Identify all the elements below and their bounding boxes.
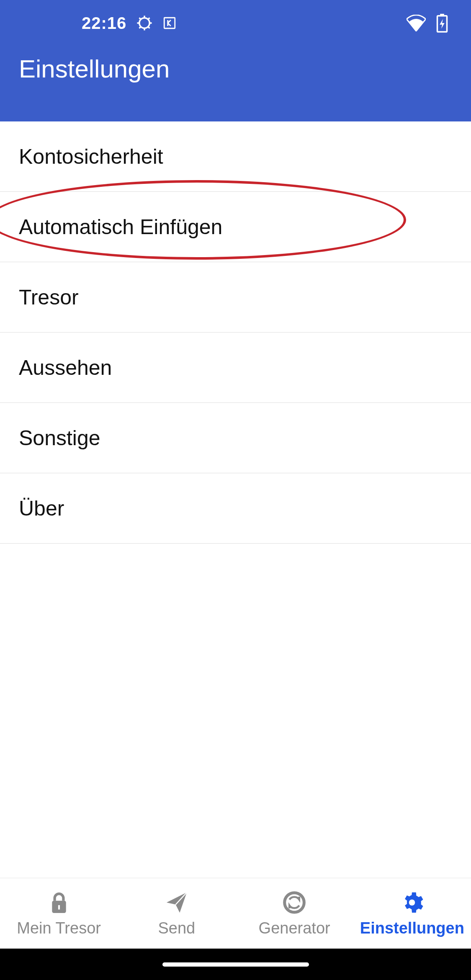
settings-item-other[interactable]: Sonstige bbox=[0, 403, 471, 473]
nav-vault[interactable]: Mein Tresor bbox=[0, 878, 118, 949]
list-item-label: Sonstige bbox=[19, 426, 100, 450]
svg-rect-5 bbox=[58, 905, 60, 909]
svg-point-7 bbox=[409, 899, 415, 905]
lock-icon bbox=[49, 890, 69, 915]
list-item-label: Kontosicherheit bbox=[19, 144, 163, 169]
svg-rect-1 bbox=[165, 18, 175, 28]
svg-point-6 bbox=[285, 892, 304, 912]
battery-charging-icon bbox=[436, 13, 448, 33]
wifi-icon bbox=[407, 15, 426, 31]
bottom-nav: Mein Tresor Send Generator bbox=[0, 878, 471, 949]
svg-rect-3 bbox=[440, 14, 444, 16]
settings-item-about[interactable]: Über bbox=[0, 473, 471, 544]
sync-icon bbox=[283, 890, 306, 915]
status-bar: 22:16 bbox=[0, 0, 471, 46]
app-screen: 22:16 bbox=[0, 0, 471, 980]
os-home-handle[interactable] bbox=[162, 962, 309, 967]
status-left: 22:16 bbox=[82, 14, 177, 33]
os-navigation-bar bbox=[0, 949, 471, 980]
svg-point-0 bbox=[139, 18, 150, 28]
page-title: Einstellungen bbox=[0, 46, 471, 83]
settings-list: Kontosicherheit Automatisch Einfügen Tre… bbox=[0, 121, 471, 878]
settings-gear-icon bbox=[136, 14, 153, 32]
keyboard-k-icon bbox=[162, 16, 177, 30]
list-item-label: Aussehen bbox=[19, 356, 112, 380]
nav-label: Send bbox=[158, 919, 196, 937]
status-right bbox=[407, 13, 448, 33]
settings-item-account-security[interactable]: Kontosicherheit bbox=[0, 121, 471, 192]
nav-label: Mein Tresor bbox=[17, 919, 101, 937]
list-item-label: Über bbox=[19, 496, 64, 521]
nav-label: Einstellungen bbox=[360, 919, 464, 937]
settings-item-appearance[interactable]: Aussehen bbox=[0, 333, 471, 403]
nav-send[interactable]: Send bbox=[118, 878, 235, 949]
paper-plane-icon bbox=[165, 890, 189, 915]
list-item-label: Automatisch Einfügen bbox=[19, 215, 222, 239]
status-time: 22:16 bbox=[82, 14, 126, 33]
app-header: 22:16 bbox=[0, 0, 471, 121]
gear-icon bbox=[400, 890, 424, 915]
nav-label: Generator bbox=[259, 919, 330, 937]
list-item-label: Tresor bbox=[19, 285, 79, 309]
settings-item-autofill[interactable]: Automatisch Einfügen bbox=[0, 192, 471, 262]
settings-item-vault[interactable]: Tresor bbox=[0, 262, 471, 333]
nav-generator[interactable]: Generator bbox=[236, 878, 353, 949]
nav-settings[interactable]: Einstellungen bbox=[353, 878, 471, 949]
